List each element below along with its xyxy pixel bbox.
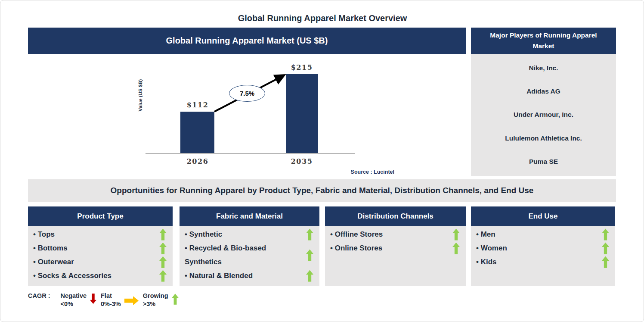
item-label: Socks & Accessories	[33, 269, 111, 283]
growing-up-arrow-icon	[452, 242, 460, 254]
growing-up-arrow-icon	[306, 228, 313, 241]
item-label: Recycled & Bio-based Synthetics	[185, 241, 284, 269]
x-axis-line	[146, 153, 355, 153]
legend-name: Growing	[143, 292, 168, 300]
list-item: Natural & Blended	[185, 269, 313, 283]
column-header: Distribution Channels	[325, 206, 466, 226]
opportunity-column-fabric-material: Fabric and Material Synthetic Recycled &…	[180, 206, 319, 286]
major-players-list: Nike, Inc. Adidas AG Under Armour, Inc. …	[471, 54, 616, 176]
list-item: Synthetic	[185, 228, 313, 241]
player-name: Adidas AG	[526, 88, 560, 95]
growing-up-arrow-icon	[602, 228, 609, 241]
legend-entry-growing: Growing >3%	[143, 292, 183, 308]
list-item: Recycled & Bio-based Synthetics	[185, 241, 313, 269]
chart-panel-header: Global Running Apparel Market (US $B)	[28, 28, 466, 54]
growing-up-arrow-icon	[172, 293, 179, 306]
growing-up-arrow-icon	[306, 270, 313, 282]
growing-up-arrow-icon	[159, 242, 167, 254]
growing-up-arrow-icon	[306, 249, 313, 261]
chart-title: Global Running Apparel Market (US $B)	[166, 36, 328, 46]
legend-range: 0%-3%	[101, 300, 121, 308]
page-title: Global Running Apparel Market Overview	[0, 13, 644, 23]
cagr-value: 7.5%	[240, 90, 254, 97]
legend-entry-flat: Flat 0%-3%	[101, 292, 143, 308]
player-name: Under Armour, Inc.	[514, 111, 573, 119]
item-label: Natural & Blended	[185, 269, 253, 283]
item-label: Bottoms	[33, 241, 68, 255]
list-item: Socks & Accessories	[33, 269, 167, 283]
list-item: Tops	[33, 228, 167, 241]
column-body: Tops Bottoms Outerwear Socks & Accessori…	[28, 226, 173, 286]
cagr-annotation-bubble: 7.5%	[229, 85, 265, 102]
growing-up-arrow-icon	[602, 242, 609, 254]
cagr-legend: CAGR : Negative <0% Flat 0%-3% Growing >…	[28, 292, 217, 311]
legend-range: <0%	[61, 300, 87, 308]
list-item: Offline Stores	[330, 228, 460, 241]
item-label: Kids	[476, 255, 497, 269]
column-body: Synthetic Recycled & Bio-based Synthetic…	[180, 226, 319, 286]
growing-up-arrow-icon	[159, 228, 167, 241]
growing-up-arrow-icon	[159, 256, 167, 268]
x-tick-2035: 2035	[280, 157, 323, 166]
legend-entry-negative: Negative <0%	[61, 292, 101, 308]
growing-up-arrow-icon	[602, 256, 609, 268]
column-body: Men Women Kids	[471, 226, 615, 286]
list-item: Kids	[476, 255, 609, 269]
column-header: Fabric and Material	[180, 206, 319, 226]
list-item: Outerwear	[33, 255, 167, 269]
column-header: Product Type	[28, 206, 173, 226]
player-name: Lululemon Athletica Inc.	[505, 134, 582, 142]
legend-name: Flat	[101, 292, 121, 300]
slide-canvas: Global Running Apparel Market Overview G…	[0, 0, 644, 322]
legend-range: >3%	[143, 300, 168, 308]
legend-name: Negative	[61, 292, 87, 300]
y-axis-label: Value (US $B)	[108, 65, 173, 125]
source-note: Source : Lucintel	[302, 169, 394, 175]
item-label: Online Stores	[330, 241, 382, 255]
player-name: Nike, Inc.	[529, 64, 558, 72]
item-label: Tops	[33, 228, 55, 241]
item-label: Synthetic	[185, 228, 222, 241]
cagr-legend-label: CAGR :	[28, 292, 50, 300]
item-label: Women	[476, 241, 507, 255]
opportunity-column-product-type: Product Type Tops Bottoms Outerwear Sock…	[28, 206, 173, 286]
list-item: Bottoms	[33, 241, 167, 255]
negative-down-arrow-icon	[90, 293, 96, 305]
item-label: Outerwear	[33, 255, 74, 269]
list-item: Women	[476, 241, 609, 255]
list-item: Online Stores	[330, 241, 460, 255]
opportunity-column-end-use: End Use Men Women Kids	[471, 206, 615, 286]
column-header: End Use	[471, 206, 615, 226]
growing-up-arrow-icon	[159, 270, 167, 282]
growing-up-arrow-icon	[452, 228, 460, 241]
flat-right-arrow-icon	[124, 296, 139, 305]
list-item: Men	[476, 228, 609, 241]
column-body: Offline Stores Online Stores	[325, 226, 466, 286]
item-label: Men	[476, 228, 495, 241]
opportunity-column-distribution-channels: Distribution Channels Offline Stores Onl…	[325, 206, 466, 286]
opportunities-banner: Opportunities for Running Apparel by Pro…	[28, 179, 616, 202]
major-players-header: Major Players of Running Apparel Market	[471, 28, 616, 54]
item-label: Offline Stores	[330, 228, 383, 241]
x-tick-2026: 2026	[176, 157, 219, 166]
player-name: Puma SE	[529, 158, 558, 166]
